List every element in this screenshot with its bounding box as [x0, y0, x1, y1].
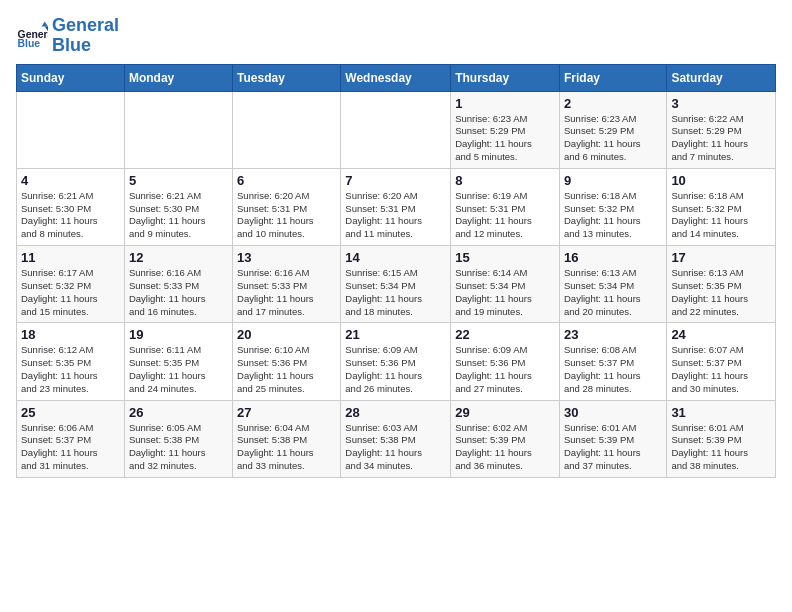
day-number: 21: [345, 327, 446, 342]
col-header-sunday: Sunday: [17, 64, 125, 91]
logo-icon: General Blue: [16, 20, 48, 52]
calendar-cell: 11Sunrise: 6:17 AM Sunset: 5:32 PM Dayli…: [17, 246, 125, 323]
day-info: Sunrise: 6:08 AM Sunset: 5:37 PM Dayligh…: [564, 344, 662, 395]
day-number: 8: [455, 173, 555, 188]
calendar-cell: 24Sunrise: 6:07 AM Sunset: 5:37 PM Dayli…: [667, 323, 776, 400]
day-info: Sunrise: 6:01 AM Sunset: 5:39 PM Dayligh…: [671, 422, 771, 473]
calendar-cell: 20Sunrise: 6:10 AM Sunset: 5:36 PM Dayli…: [233, 323, 341, 400]
col-header-saturday: Saturday: [667, 64, 776, 91]
day-number: 25: [21, 405, 120, 420]
svg-marker-2: [42, 21, 48, 26]
calendar-cell: 19Sunrise: 6:11 AM Sunset: 5:35 PM Dayli…: [124, 323, 232, 400]
calendar-cell: 9Sunrise: 6:18 AM Sunset: 5:32 PM Daylig…: [559, 168, 666, 245]
logo-text-line1: General: [52, 16, 119, 36]
calendar-table: SundayMondayTuesdayWednesdayThursdayFrid…: [16, 64, 776, 478]
calendar-cell: 14Sunrise: 6:15 AM Sunset: 5:34 PM Dayli…: [341, 246, 451, 323]
calendar-cell: 7Sunrise: 6:20 AM Sunset: 5:31 PM Daylig…: [341, 168, 451, 245]
day-info: Sunrise: 6:16 AM Sunset: 5:33 PM Dayligh…: [237, 267, 336, 318]
calendar-cell: 23Sunrise: 6:08 AM Sunset: 5:37 PM Dayli…: [559, 323, 666, 400]
day-info: Sunrise: 6:07 AM Sunset: 5:37 PM Dayligh…: [671, 344, 771, 395]
day-info: Sunrise: 6:14 AM Sunset: 5:34 PM Dayligh…: [455, 267, 555, 318]
day-info: Sunrise: 6:13 AM Sunset: 5:35 PM Dayligh…: [671, 267, 771, 318]
svg-text:Blue: Blue: [18, 38, 41, 49]
calendar-week-4: 18Sunrise: 6:12 AM Sunset: 5:35 PM Dayli…: [17, 323, 776, 400]
calendar-cell: 22Sunrise: 6:09 AM Sunset: 5:36 PM Dayli…: [451, 323, 560, 400]
day-info: Sunrise: 6:23 AM Sunset: 5:29 PM Dayligh…: [564, 113, 662, 164]
day-number: 13: [237, 250, 336, 265]
calendar-cell: 16Sunrise: 6:13 AM Sunset: 5:34 PM Dayli…: [559, 246, 666, 323]
col-header-friday: Friday: [559, 64, 666, 91]
calendar-week-3: 11Sunrise: 6:17 AM Sunset: 5:32 PM Dayli…: [17, 246, 776, 323]
calendar-cell: 31Sunrise: 6:01 AM Sunset: 5:39 PM Dayli…: [667, 400, 776, 477]
calendar-cell: 2Sunrise: 6:23 AM Sunset: 5:29 PM Daylig…: [559, 91, 666, 168]
day-info: Sunrise: 6:17 AM Sunset: 5:32 PM Dayligh…: [21, 267, 120, 318]
day-number: 3: [671, 96, 771, 111]
day-number: 26: [129, 405, 228, 420]
day-number: 31: [671, 405, 771, 420]
calendar-cell: [124, 91, 232, 168]
day-number: 23: [564, 327, 662, 342]
logo: General Blue General Blue: [16, 16, 119, 56]
calendar-cell: 10Sunrise: 6:18 AM Sunset: 5:32 PM Dayli…: [667, 168, 776, 245]
day-info: Sunrise: 6:21 AM Sunset: 5:30 PM Dayligh…: [21, 190, 120, 241]
calendar-cell: 4Sunrise: 6:21 AM Sunset: 5:30 PM Daylig…: [17, 168, 125, 245]
day-info: Sunrise: 6:05 AM Sunset: 5:38 PM Dayligh…: [129, 422, 228, 473]
day-number: 30: [564, 405, 662, 420]
day-number: 22: [455, 327, 555, 342]
col-header-wednesday: Wednesday: [341, 64, 451, 91]
day-info: Sunrise: 6:16 AM Sunset: 5:33 PM Dayligh…: [129, 267, 228, 318]
calendar-week-5: 25Sunrise: 6:06 AM Sunset: 5:37 PM Dayli…: [17, 400, 776, 477]
day-info: Sunrise: 6:06 AM Sunset: 5:37 PM Dayligh…: [21, 422, 120, 473]
calendar-cell: 25Sunrise: 6:06 AM Sunset: 5:37 PM Dayli…: [17, 400, 125, 477]
col-header-thursday: Thursday: [451, 64, 560, 91]
day-info: Sunrise: 6:04 AM Sunset: 5:38 PM Dayligh…: [237, 422, 336, 473]
calendar-cell: 3Sunrise: 6:22 AM Sunset: 5:29 PM Daylig…: [667, 91, 776, 168]
day-number: 28: [345, 405, 446, 420]
day-number: 7: [345, 173, 446, 188]
day-number: 1: [455, 96, 555, 111]
day-number: 11: [21, 250, 120, 265]
day-info: Sunrise: 6:11 AM Sunset: 5:35 PM Dayligh…: [129, 344, 228, 395]
day-number: 18: [21, 327, 120, 342]
day-number: 20: [237, 327, 336, 342]
day-info: Sunrise: 6:09 AM Sunset: 5:36 PM Dayligh…: [345, 344, 446, 395]
calendar-cell: [233, 91, 341, 168]
calendar-cell: 15Sunrise: 6:14 AM Sunset: 5:34 PM Dayli…: [451, 246, 560, 323]
day-info: Sunrise: 6:01 AM Sunset: 5:39 PM Dayligh…: [564, 422, 662, 473]
day-info: Sunrise: 6:20 AM Sunset: 5:31 PM Dayligh…: [237, 190, 336, 241]
calendar-cell: 1Sunrise: 6:23 AM Sunset: 5:29 PM Daylig…: [451, 91, 560, 168]
day-info: Sunrise: 6:23 AM Sunset: 5:29 PM Dayligh…: [455, 113, 555, 164]
day-number: 17: [671, 250, 771, 265]
day-number: 10: [671, 173, 771, 188]
day-info: Sunrise: 6:19 AM Sunset: 5:31 PM Dayligh…: [455, 190, 555, 241]
day-info: Sunrise: 6:21 AM Sunset: 5:30 PM Dayligh…: [129, 190, 228, 241]
day-number: 4: [21, 173, 120, 188]
calendar-cell: 12Sunrise: 6:16 AM Sunset: 5:33 PM Dayli…: [124, 246, 232, 323]
day-number: 27: [237, 405, 336, 420]
calendar-cell: 17Sunrise: 6:13 AM Sunset: 5:35 PM Dayli…: [667, 246, 776, 323]
calendar-cell: 27Sunrise: 6:04 AM Sunset: 5:38 PM Dayli…: [233, 400, 341, 477]
day-number: 15: [455, 250, 555, 265]
col-header-monday: Monday: [124, 64, 232, 91]
calendar-cell: 6Sunrise: 6:20 AM Sunset: 5:31 PM Daylig…: [233, 168, 341, 245]
day-info: Sunrise: 6:20 AM Sunset: 5:31 PM Dayligh…: [345, 190, 446, 241]
calendar-week-1: 1Sunrise: 6:23 AM Sunset: 5:29 PM Daylig…: [17, 91, 776, 168]
calendar-cell: 13Sunrise: 6:16 AM Sunset: 5:33 PM Dayli…: [233, 246, 341, 323]
day-info: Sunrise: 6:12 AM Sunset: 5:35 PM Dayligh…: [21, 344, 120, 395]
day-info: Sunrise: 6:02 AM Sunset: 5:39 PM Dayligh…: [455, 422, 555, 473]
logo-text-line2: Blue: [52, 36, 119, 56]
day-info: Sunrise: 6:10 AM Sunset: 5:36 PM Dayligh…: [237, 344, 336, 395]
calendar-cell: 5Sunrise: 6:21 AM Sunset: 5:30 PM Daylig…: [124, 168, 232, 245]
calendar-cell: 8Sunrise: 6:19 AM Sunset: 5:31 PM Daylig…: [451, 168, 560, 245]
calendar-cell: 26Sunrise: 6:05 AM Sunset: 5:38 PM Dayli…: [124, 400, 232, 477]
day-number: 2: [564, 96, 662, 111]
day-info: Sunrise: 6:03 AM Sunset: 5:38 PM Dayligh…: [345, 422, 446, 473]
calendar-cell: 28Sunrise: 6:03 AM Sunset: 5:38 PM Dayli…: [341, 400, 451, 477]
day-number: 19: [129, 327, 228, 342]
day-info: Sunrise: 6:22 AM Sunset: 5:29 PM Dayligh…: [671, 113, 771, 164]
calendar-cell: [17, 91, 125, 168]
calendar-cell: 29Sunrise: 6:02 AM Sunset: 5:39 PM Dayli…: [451, 400, 560, 477]
day-number: 9: [564, 173, 662, 188]
col-header-tuesday: Tuesday: [233, 64, 341, 91]
day-info: Sunrise: 6:09 AM Sunset: 5:36 PM Dayligh…: [455, 344, 555, 395]
